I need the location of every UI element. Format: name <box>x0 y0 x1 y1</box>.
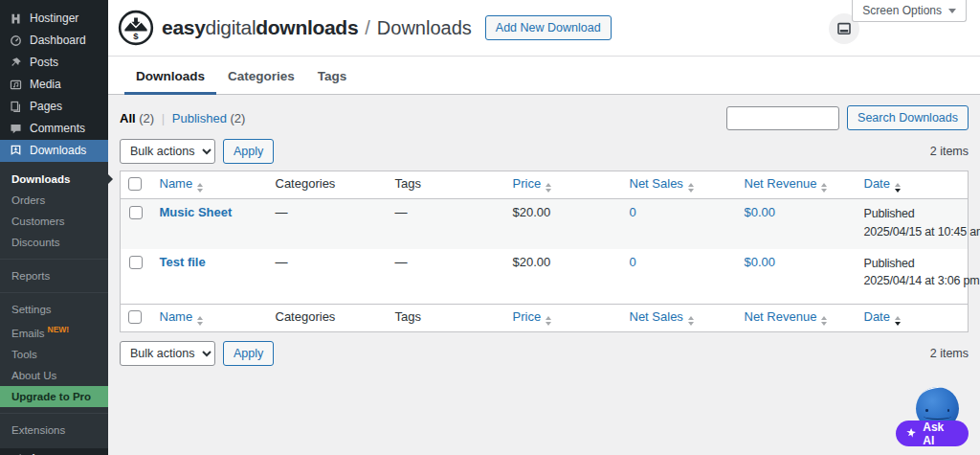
submenu-item-orders[interactable]: Orders <box>0 190 108 211</box>
cell-categories: — <box>268 249 388 305</box>
net-revenue-link[interactable]: $0.00 <box>745 255 776 269</box>
list-table-page: All (2) | Published (2) Search Downloads… <box>108 95 980 455</box>
submenu-item-label: Emails <box>11 328 45 339</box>
sort-arrows-icon <box>197 316 203 326</box>
monitor-icon <box>836 21 852 36</box>
sort-name-header[interactable]: Name <box>160 309 204 324</box>
sidebar-item-pages[interactable]: Pages <box>0 96 108 118</box>
sort-net-sales-header[interactable]: Net Sales <box>630 309 694 324</box>
sort-arrows-icon <box>546 183 551 193</box>
sidebar-item-label: Media <box>30 79 61 91</box>
cell-tags: — <box>388 199 505 249</box>
sort-net-revenue-header[interactable]: Net Revenue <box>745 309 828 324</box>
bulk-actions-select[interactable]: Bulk actions <box>120 341 215 366</box>
download-name-link[interactable]: Music Sheet <box>160 205 233 219</box>
sort-net-revenue-header[interactable]: Net Revenue <box>745 176 828 191</box>
edd-tabbar: Downloads Categories Tags <box>108 57 980 95</box>
hostinger-icon <box>10 12 22 25</box>
submenu-item-about-us[interactable]: About Us <box>0 365 108 386</box>
edd-logo-icon: $ <box>118 10 154 46</box>
column-header-categories: Categories <box>268 171 388 199</box>
row-checkbox[interactable] <box>129 206 143 219</box>
sort-net-sales-header[interactable]: Net Sales <box>630 176 694 191</box>
sidebar-item-dashboard[interactable]: Dashboard <box>0 30 108 52</box>
apply-button[interactable]: Apply <box>223 139 274 164</box>
search-input[interactable] <box>726 106 839 130</box>
sidebar-item-hostinger[interactable]: Hostinger <box>0 8 108 30</box>
sort-arrows-icon <box>821 183 827 193</box>
sort-arrows-icon <box>197 183 203 193</box>
bulk-actions-select[interactable]: Bulk actions <box>120 139 215 164</box>
cell-price: $20.00 <box>505 249 622 305</box>
sparkle-icon <box>905 427 917 440</box>
admin-sidebar: Hostinger Dashboard Posts Media Pages Co… <box>0 0 108 455</box>
submenu-item-extensions[interactable]: Extensions <box>0 420 108 441</box>
row-checkbox[interactable] <box>129 256 143 269</box>
subsubsub-filters: All (2) | Published (2) <box>120 111 245 125</box>
sidebar-item-appearance[interactable]: Appearance <box>0 448 108 455</box>
submenu-item-settings[interactable]: Settings <box>0 299 108 320</box>
submenu-item-emails[interactable]: EmailsNEW! <box>0 320 108 344</box>
filter-published-count: (2) <box>231 111 246 125</box>
sidebar-item-posts[interactable]: Posts <box>0 52 108 74</box>
filter-all-link[interactable]: All <box>120 111 136 125</box>
download-icon <box>10 145 22 157</box>
new-badge: NEW! <box>48 325 70 334</box>
tab-tags[interactable]: Tags <box>306 69 359 95</box>
publish-date: 2025/04/15 at 10:45 am <box>864 223 961 241</box>
submenu-item-downloads[interactable]: Downloads <box>0 169 108 190</box>
select-all-checkbox[interactable] <box>128 177 142 191</box>
breadcrumb-separator: / <box>365 17 370 39</box>
sidebar-item-comments[interactable]: Comments <box>0 118 108 140</box>
submenu-separator <box>0 259 108 260</box>
table-row: Test file — — $20.00 0 $0.00 Published20… <box>121 249 969 305</box>
filter-published-link[interactable]: Published <box>172 111 227 125</box>
sort-arrows-icon <box>688 183 694 193</box>
sidebar-item-label: Comments <box>30 123 85 135</box>
sidebar-item-label: Downloads <box>30 145 86 157</box>
sort-name-header[interactable]: Name <box>160 176 204 191</box>
submenu-item-tools[interactable]: Tools <box>0 344 108 365</box>
pages-icon <box>10 101 22 113</box>
submenu-item-upgrade-to-pro[interactable]: Upgrade to Pro <box>0 386 108 407</box>
dashboard-icon <box>10 34 22 47</box>
sidebar-item-label: Dashboard <box>30 34 86 47</box>
submenu-separator <box>0 292 108 293</box>
downloads-submenu: Downloads Orders Customers Discounts Rep… <box>0 162 108 448</box>
mascot-mouth <box>924 413 951 420</box>
sort-arrows-icon <box>821 316 827 326</box>
screen-options-label: Screen Options <box>862 4 942 17</box>
add-new-download-button[interactable]: Add New Download <box>485 15 612 40</box>
screen-options-button[interactable]: Screen Options <box>852 0 967 22</box>
net-sales-link[interactable]: 0 <box>630 255 636 269</box>
media-icon <box>10 79 22 91</box>
sort-price-header[interactable]: Price <box>513 176 552 191</box>
sidebar-item-media[interactable]: Media <box>0 74 108 96</box>
sort-price-header[interactable]: Price <box>513 309 552 324</box>
wp-admin-screen: Hostinger Dashboard Posts Media Pages Co… <box>0 0 980 455</box>
sort-arrows-icon <box>895 183 901 193</box>
tab-categories[interactable]: Categories <box>216 69 306 95</box>
sidebar-item-downloads[interactable]: Downloads <box>0 140 108 162</box>
mascot-eye <box>925 409 928 412</box>
net-sales-link[interactable]: 0 <box>630 205 636 219</box>
net-revenue-link[interactable]: $0.00 <box>745 205 776 219</box>
column-header-tags: Tags <box>388 171 505 199</box>
sort-date-header[interactable]: Date <box>864 176 901 191</box>
submenu-item-discounts[interactable]: Discounts <box>0 232 108 253</box>
submenu-item-customers[interactable]: Customers <box>0 211 108 232</box>
ask-ai-button[interactable]: Ask AI <box>896 421 969 446</box>
select-all-checkbox[interactable] <box>128 310 142 324</box>
sort-date-header[interactable]: Date <box>864 309 901 324</box>
items-count: 2 items <box>930 347 969 360</box>
submenu-item-reports[interactable]: Reports <box>0 265 108 286</box>
mascot-eye <box>947 409 950 412</box>
download-name-link[interactable]: Test file <box>160 255 206 269</box>
items-count: 2 items <box>930 145 969 158</box>
search-downloads-button[interactable]: Search Downloads <box>847 105 969 130</box>
ask-ai-widget: Ask AI <box>896 387 969 446</box>
filter-all-count: (2) <box>139 111 154 125</box>
tab-downloads[interactable]: Downloads <box>124 69 216 95</box>
apply-button[interactable]: Apply <box>223 341 274 366</box>
svg-text:$: $ <box>133 31 139 41</box>
